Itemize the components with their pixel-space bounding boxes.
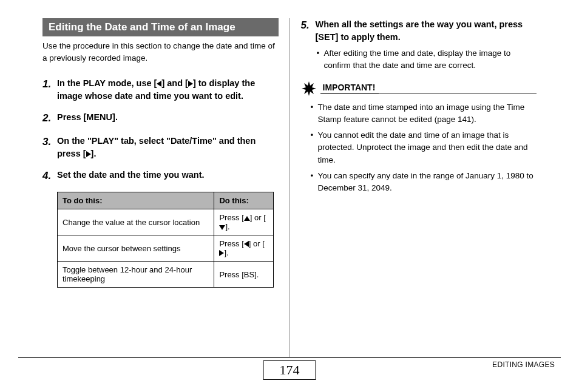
table-cell: Toggle between 12-hour and 24-hour timek… [58, 262, 214, 288]
important-label: IMPORTANT! [320, 83, 379, 94]
right-arrow-icon [86, 151, 91, 157]
step-4: 4. Set the date and the time you want. [42, 169, 279, 184]
table-row: Change the value at the cursor location … [58, 209, 274, 235]
step-number: 5. [301, 18, 316, 72]
step-text: Set the date and the time you want. [57, 169, 205, 184]
table-cell: Press [BS]. [214, 262, 274, 288]
text-fragment: Press [ [219, 213, 243, 222]
table-header: To do this: [58, 192, 214, 209]
footer-rule [18, 357, 561, 358]
important-item: You cannot edit the date and time of an … [301, 129, 537, 166]
table-header-row: To do this: Do this: [58, 192, 274, 209]
step-2: 2. Press [MENU]. [42, 111, 279, 126]
instruction-table: To do this: Do this: Change the value at… [57, 192, 274, 288]
step-text: On the "PLAY" tab, select "Date/Time" an… [57, 135, 279, 160]
section-title: Editing the Date and Time of an Image [42, 18, 279, 36]
step-subtext: After editing the time and date, display… [316, 47, 537, 72]
step-number: 1. [42, 77, 57, 103]
table-header: Do this: [214, 192, 274, 209]
left-arrow-icon [244, 241, 249, 247]
text-fragment: ]. [91, 149, 96, 158]
left-column: Editing the Date and Time of an Image Us… [18, 18, 290, 357]
right-column: 5. When all the settings are the way you… [290, 18, 561, 357]
text-fragment: In the PLAY mode, use [ [57, 78, 157, 88]
step-1: 1. In the PLAY mode, use [] and [] to di… [42, 77, 279, 103]
step-text: Press [MENU]. [57, 111, 118, 126]
svg-marker-0 [302, 81, 316, 96]
table-cell: Press [] or []. [214, 209, 274, 235]
table-cell: Press [] or []. [214, 235, 274, 262]
table-row: Move the cursor between settings Press [… [58, 235, 274, 262]
text-fragment: Press [ [219, 239, 243, 248]
step-text: When all the settings are the way you wa… [316, 18, 537, 72]
important-item: The date and time stamped into an image … [301, 101, 537, 126]
text-fragment: ] and [ [161, 78, 188, 88]
table-row: Toggle between 12-hour and 24-hour timek… [58, 262, 274, 288]
step-number: 3. [42, 135, 57, 160]
important-item: You can specify any date in the range of… [301, 170, 537, 195]
intro-text: Use the procedure in this section to cha… [42, 40, 279, 64]
step-5: 5. When all the settings are the way you… [301, 18, 537, 72]
right-arrow-icon [188, 81, 193, 87]
down-arrow-icon [219, 225, 225, 230]
starburst-icon [301, 81, 317, 96]
step-number: 4. [42, 169, 57, 184]
table-cell: Move the cursor between settings [58, 235, 214, 262]
important-heading: IMPORTANT! [301, 81, 537, 96]
page-number: 174 [263, 360, 316, 380]
step-number: 2. [42, 111, 57, 126]
text-fragment: ] or [ [249, 239, 265, 248]
text-fragment: ]. [224, 248, 228, 257]
step-text: In the PLAY mode, use [] and [] to displ… [57, 77, 279, 103]
up-arrow-icon [244, 216, 250, 221]
important-underline [379, 93, 537, 93]
text-fragment: When all the settings are the way you wa… [316, 19, 523, 42]
content-columns: Editing the Date and Time of an Image Us… [18, 18, 561, 357]
text-fragment: ]. [225, 222, 229, 231]
text-fragment: ] or [ [250, 213, 266, 222]
step-3: 3. On the "PLAY" tab, select "Date/Time"… [42, 135, 279, 160]
footer-section-label: EDITING IMAGES [492, 360, 555, 369]
table-cell: Change the value at the cursor location [58, 209, 214, 235]
